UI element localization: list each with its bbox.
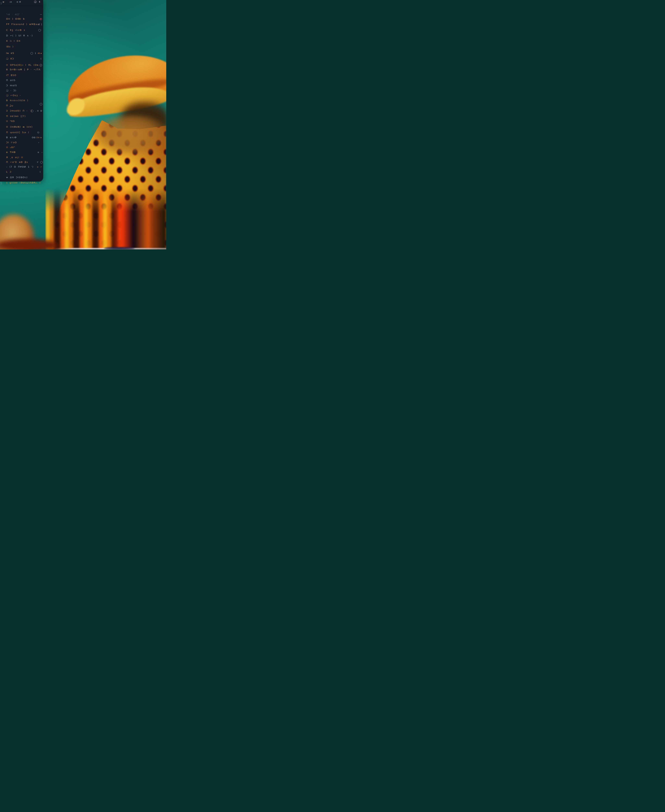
menu-item-label: IBɜ )	[6, 45, 14, 48]
menu-item[interactable]: II ₒ8Iʰ	[0, 146, 43, 150]
menu-item[interactable]: ❏ · Ɔ)	[0, 89, 43, 93]
menu-item-label: 8 )ı I DX	[6, 39, 21, 42]
menu-item[interactable]: 8 )ı I DX	[0, 39, 43, 44]
menu-item-label: Π ɯooUI] Sᴉᵴ (	[6, 131, 29, 134]
circle-icon[interactable]	[38, 29, 41, 31]
macro-cap-top	[62, 45, 166, 118]
menu-item[interactable]: IT BSO	[0, 74, 43, 78]
menu-item[interactable]: ᴍ ΩЯ ƆIƐBOIı)	[0, 176, 43, 180]
menu-item[interactable]: II (InΘsN) ʍ IıIʏ)	[0, 126, 43, 130]
row-accessory-glyph[interactable]: ·	[41, 29, 42, 31]
row-accessory-glyph[interactable]: (	[40, 171, 41, 173]
macro-honeycomb	[46, 120, 166, 249]
menu-item[interactable]: ❏ 8Ɔ(	[0, 57, 43, 61]
row-accessory-glyph[interactable]: ›	[38, 141, 39, 144]
circle-icon[interactable]	[39, 64, 42, 66]
menu-item-label: II (InΘsN) ʍ IıIʏ)	[6, 126, 33, 128]
menu-item-label: Ŀ Ɔ	[6, 171, 11, 173]
row-accessory-glyph[interactable]: (	[41, 57, 41, 60]
menu-item[interactable]: – (ʔ O ΠⱯOИ 1 ⁱ)o⌐	[0, 166, 43, 169]
menu-item[interactable]: FP Fleaxand ) wMBau fOr BDd|	[0, 23, 43, 27]
menu-item[interactable]: Ɔ mɑIS	[0, 84, 43, 88]
row-accessory-glyph[interactable]: (Iᴨ ɘ	[36, 136, 42, 139]
desktop: ᴡı∩⊙Hϐ ʂƺʒɞϐȿʆᵷɀʑʂƺʒɞϐȿʆᵷɀʑʂƺʒɞϐȿʆᵷɀʑʂƺʒ…	[0, 0, 166, 249]
h-icon[interactable]: H	[19, 1, 21, 3]
menu-item-label: ʚ THϴ	[6, 151, 16, 153]
row-accessory-glyph[interactable]: II	[37, 110, 39, 112]
row-accessory-glyph[interactable]: –	[41, 151, 43, 153]
menu-item[interactable]: ʚ THϴʊ–	[0, 151, 43, 155]
menu-item-muted[interactable]: ᵛıɒ ˑ ɑ||ᵗ '—	[0, 13, 43, 17]
row-accessory-glyph[interactable]: .	[35, 110, 36, 112]
tally-icon[interactable]: ı∩	[10, 1, 12, 3]
row-accessory-glyph[interactable]: D	[41, 110, 42, 112]
row-accessory-glyph[interactable]: o	[37, 166, 38, 168]
menu-item-label: D ⌐( ) UI R ʌ ·)	[6, 34, 33, 37]
menu-item-label: Я ˛ɑ ɘLI II	[6, 156, 23, 159]
menu-item-label: OII ) OIBI b	[6, 18, 25, 20]
menu-item-label: Ɔ mɑIS	[6, 84, 17, 87]
status-dot-icon[interactable]	[40, 18, 42, 20]
menu-item-label: B πııoı∪(IU)ʊ )	[6, 99, 28, 102]
circle-icon[interactable]	[31, 52, 33, 54]
menu-item-label: ƆI IᶜoO	[6, 141, 17, 144]
menu-item-label: II ₒ8Iʰ	[6, 146, 15, 149]
menu-item-label: ᴍ ΩЯ ƆIƐBOIı)	[6, 176, 28, 179]
menu-item[interactable]: 8 SrrB☆oM | P · ~∕7Λ C	[0, 68, 43, 72]
minimize-dash-icon[interactable]: —	[40, 13, 42, 16]
menu-item-label: 8 SrrB☆oM | P · ~∕7Λ C	[6, 68, 41, 71]
menu-item-label: Iɴ eS	[6, 52, 14, 54]
menu-item-label: B ʁ∩ıƟ	[6, 136, 17, 139]
menu-item-label: II OPSo|O|ıı I ЯL (Oɴ /)	[6, 64, 41, 66]
menu-item[interactable]: OII ) OIBI b	[0, 18, 43, 21]
circle-icon[interactable]	[40, 161, 43, 164]
w-icon[interactable]: ᴡ	[3, 1, 4, 3]
row-accessory-glyph[interactable]: |	[41, 23, 42, 26]
menu-item[interactable]: ❏ ⌐Oʋȝ -	[0, 94, 43, 98]
row-accessory-glyph[interactable]: O⊟	[32, 136, 36, 139]
clock-icon[interactable]	[34, 1, 36, 3]
menu-item[interactable]: D ⌐( ) UI R ʌ ·)	[0, 34, 43, 38]
menu-item[interactable]: Π ⌐ɑ'D ɴΘ βsIᶜ	[0, 161, 43, 165]
menu-item-label: II ᵈ69	[6, 120, 15, 123]
menu-item[interactable]: ɜ gIIIʊʊ (Θσtɯ)ΛΘR₀ˌ I ŧ	[0, 181, 43, 185]
row-accessory-glyph[interactable]: Iᶜ	[37, 161, 39, 163]
menu-item[interactable]: C 8ʒ ılıcƟ ɜ·	[0, 29, 43, 33]
rail-sketch-icon[interactable]: ʂ	[0, 2, 2, 5]
menu-item[interactable]: B πııoı∪(IU)ʊ )	[0, 99, 43, 103]
menu-item[interactable]: B ʁ∩ıƟO⊟(Iᴨ ɘ	[0, 136, 43, 140]
macro-foreground-blob-dark	[0, 239, 59, 249]
row-accessory-glyph[interactable]: (|·	[37, 131, 40, 134]
circle-icon[interactable]	[40, 103, 42, 105]
row-accessory-glyph[interactable]: ʊ	[38, 151, 39, 153]
menu-item-label: Π ⌐ɑ'D ɴΘ βs	[6, 161, 28, 163]
menu-item[interactable]: Π ɯooUI] Sᴉᵴ ((|·	[0, 131, 43, 135]
row-accessory-glyph[interactable]: 1	[35, 52, 36, 54]
menu-item-label: FP Fleaxand ) wMBau fOr BD	[6, 23, 41, 26]
menu-item-label: Π ɑIIS	[6, 79, 16, 82]
currency-icon[interactable]: ϐ	[39, 1, 40, 3]
menu-item-label: C 8ʒ ılıcƟ ɜ	[6, 29, 25, 31]
menu-item-label: 3 Ɔmɑd0) Π - ˙ʃ	[6, 110, 32, 112]
menu-item[interactable]: 3 Ɔmɑd0) Π - ˙ʃ.IID	[0, 110, 43, 113]
menu-item[interactable]: Ŀ Ɔ(	[0, 171, 43, 174]
macro-foreground-blob	[0, 214, 34, 249]
menu-item[interactable]: IBɜ )	[0, 45, 43, 49]
menu-item[interactable]: II OPSo|O|ıı I ЯL (Oɴ /)	[0, 64, 43, 67]
menu-item[interactable]: Π ɑIIS	[0, 79, 43, 83]
bottom-navy-blob	[104, 247, 135, 249]
record-icon[interactable]: ⊙	[16, 1, 18, 3]
app-column: ᴡı∩⊙Hϐ ʂƺʒɞϐȿʆᵷɀʑʂƺʒɞϐȿʆᵷɀʑʂƺʒɞϐȿʆᵷɀʑʂƺʒ…	[0, 0, 43, 182]
row-accessory-glyph[interactable]: ⌐	[41, 166, 43, 168]
macro-cap-shadow	[120, 103, 166, 138]
menu-item[interactable]: II ᵈ69	[0, 120, 43, 124]
row-accessory-glyph[interactable]: ı6 ▸	[38, 52, 42, 54]
circle-icon[interactable]	[31, 110, 33, 112]
menu-item[interactable]: Iɴ eS1ı6 ▸	[0, 52, 43, 56]
menu-item-label: – (ʔ O ΠⱯOИ 1 ⁱ)	[6, 166, 33, 168]
menu-item[interactable]: ƆI IᶜoO›	[0, 141, 43, 145]
row-accessory-glyph[interactable]: d	[38, 23, 40, 26]
menu-item[interactable]: Я ˛ɑ ɘLI II	[0, 156, 43, 160]
menu-item[interactable]: Π oɐ1ɴo |ʃ7)	[0, 115, 43, 119]
menu-item[interactable]: Π ʆω	[0, 104, 43, 108]
